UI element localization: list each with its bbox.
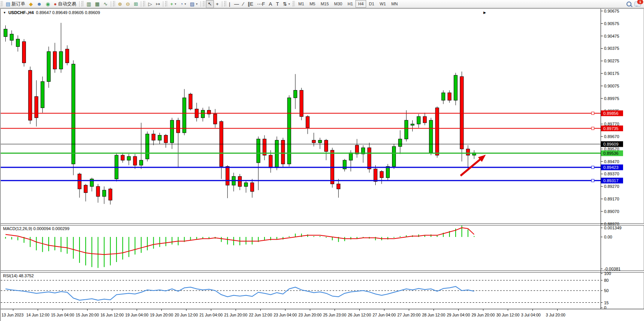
rsi-tick-label: 15 <box>604 300 609 305</box>
toolbar-group-zoom: ⊕⊖⊞ <box>116 0 140 8</box>
candle-body <box>146 134 149 159</box>
candle-body <box>392 146 396 167</box>
candle-body <box>16 39 19 47</box>
market-watch-icon[interactable]: ◆ <box>27 0 35 8</box>
toolbar-separator <box>111 1 111 7</box>
chevron-down-icon[interactable]: ▾ <box>185 2 186 6</box>
fibonacci-tool[interactable]: ⋯F <box>255 0 267 8</box>
candle-body <box>244 183 248 186</box>
candle-body <box>84 185 88 193</box>
line-price-text: 0.89423 <box>603 165 618 170</box>
timeframe-mn-button[interactable]: MN <box>389 0 400 8</box>
timeframe-w1-button[interactable]: W1 <box>377 0 389 8</box>
templates-button[interactable]: ▨▾ <box>188 0 199 8</box>
line-handle[interactable] <box>591 127 594 130</box>
zoom-in-button[interactable]: ⊕ <box>116 0 124 8</box>
time-tick <box>335 309 335 311</box>
candle-body <box>96 186 100 196</box>
toolbar-grip[interactable] <box>293 1 295 6</box>
candle-body <box>337 184 340 189</box>
timeframe-h1-button[interactable]: H1 <box>345 0 355 8</box>
time-tick <box>384 309 384 311</box>
candle-body <box>281 140 285 164</box>
timeframe-h4-button[interactable]: H4 <box>355 0 366 8</box>
price-chart[interactable] <box>1 9 601 223</box>
time-axis[interactable]: 13 Jun 202314 Jun 12:0015 Jun 04:0015 Ju… <box>1 309 644 321</box>
horizontal-line-tool[interactable]: — <box>232 0 241 8</box>
time-tick <box>112 309 112 311</box>
equidistant-channel-tool-icon: ∥E <box>247 2 253 6</box>
candle-body <box>417 116 420 124</box>
chevron-down-icon[interactable]: ▾ <box>289 2 290 6</box>
toolbar-grip[interactable] <box>165 1 167 6</box>
indicators-button[interactable]: +▾ <box>168 0 178 8</box>
autotrading-icon: ● <box>54 2 57 6</box>
candlestick-chart-icon[interactable]: ▦ <box>93 0 101 8</box>
candle-body <box>214 114 217 124</box>
time-tick <box>62 309 63 311</box>
text-label-tool[interactable]: T <box>274 0 281 8</box>
candle-body <box>269 155 273 168</box>
new-order-button[interactable]: ▤新订单 <box>4 0 27 8</box>
toolbar-grip[interactable] <box>203 1 205 6</box>
candle-body <box>10 34 13 40</box>
notifications-icon[interactable]: 1 <box>634 2 641 6</box>
periods-button[interactable]: ◔▾ <box>178 0 188 8</box>
line-handle[interactable] <box>591 166 594 168</box>
bar-chart-icon[interactable]: ▥ <box>84 0 93 8</box>
cursor-pointer-button[interactable]: ↖ <box>206 0 214 8</box>
timeframe-m30-button[interactable]: M30 <box>332 0 345 8</box>
equidistant-channel-tool[interactable]: ∥E <box>245 0 255 8</box>
timeframe-m1-button[interactable]: M1 <box>296 0 307 8</box>
time-label: 20 Jun 12:00 <box>175 313 198 317</box>
rsi-tick-label: 0 <box>604 305 606 309</box>
candle-body <box>102 190 106 196</box>
symbol-dropdown-icon[interactable]: ▼ <box>3 11 6 14</box>
toolbar-grip[interactable] <box>1 1 3 6</box>
candle-body <box>250 183 254 191</box>
toolbar-group-cursor: ↖+ <box>206 0 221 8</box>
toolbar-grip[interactable] <box>143 1 145 6</box>
candle-body <box>399 139 402 146</box>
autotrading-button[interactable]: ●自动交易 <box>52 0 78 8</box>
toolbar-grip[interactable] <box>113 1 115 6</box>
time-label: 21 Jun 20:00 <box>224 313 247 317</box>
chevron-down-icon[interactable]: ▾ <box>175 2 176 6</box>
rsi-line <box>6 286 474 300</box>
toolbar: ▤新订单◆☻◉●自动交易▥▦∿⊕⊖⊞▷↦+▾◔▾▨▾↖+|—∕∥E⋯FAT⇅▾M… <box>0 0 644 8</box>
macd-tick-label: 0.001349 <box>604 226 622 230</box>
search-icon[interactable] <box>626 2 631 6</box>
trendline-tool[interactable]: ∕ <box>241 0 245 8</box>
cursor-pointer-icon: ↖ <box>208 2 212 6</box>
chevron-down-icon[interactable]: ▾ <box>196 2 198 6</box>
chart-title: ▼ USDCHF-,H4 0.89647 0.89649 0.89605 0.8… <box>3 10 100 15</box>
line-handle[interactable] <box>591 179 594 182</box>
candle-body <box>442 93 445 100</box>
chart-shift-button[interactable]: ↦ <box>154 0 162 8</box>
timeframe-m15-button[interactable]: M15 <box>318 0 331 8</box>
zoom-out-button[interactable]: ⊖ <box>124 0 132 8</box>
signals-icon[interactable]: ◉ <box>44 0 52 8</box>
timeframe-d1-button[interactable]: D1 <box>366 0 377 8</box>
toolbar-grip[interactable] <box>81 1 84 6</box>
toolbar-separator <box>141 1 141 7</box>
time-tick <box>161 309 162 311</box>
candle-body <box>177 120 180 133</box>
data-window-icon[interactable]: ☻ <box>35 0 44 8</box>
time-label: 27 Jun 04:00 <box>373 313 396 317</box>
text-tool[interactable]: A <box>267 0 274 8</box>
vertical-line-tool[interactable]: | <box>227 0 232 8</box>
line-chart-icon[interactable]: ∿ <box>102 0 110 8</box>
toolbar-grip[interactable] <box>224 1 226 6</box>
tile-windows-icon[interactable]: ⊞ <box>132 0 140 8</box>
arrows-tool[interactable]: ⇅▾ <box>281 0 292 8</box>
auto-scroll-button[interactable]: ▷ <box>146 0 154 8</box>
price-tick-label: 0.89670 <box>604 134 619 139</box>
line-handle[interactable] <box>591 112 594 114</box>
timeframe-m5-button[interactable]: M5 <box>307 0 318 8</box>
time-tick <box>285 309 285 311</box>
crosshair-button[interactable]: + <box>214 0 221 8</box>
rsi-tick-label: 100 <box>604 271 611 276</box>
candle-body <box>183 98 186 133</box>
time-label: 26 Jun 12:00 <box>348 313 371 317</box>
